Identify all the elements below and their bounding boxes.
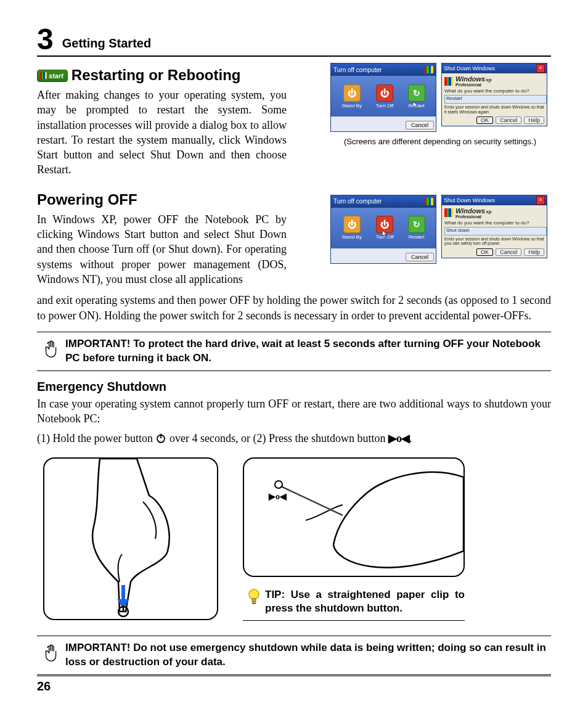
standby-icon: ⏻: [343, 84, 361, 102]
standby-label: Stand By: [341, 234, 361, 240]
restart-label: Restart: [409, 234, 425, 240]
cancel-button: Cancel: [496, 248, 521, 256]
ok-button: OK: [476, 117, 493, 124]
svg-marker-0: [413, 102, 418, 108]
step-1-prefix: (1) Hold the power button: [37, 432, 155, 444]
shut-down-windows-dialog-restart: Shut Down Windows× WindowsxpProfessional…: [441, 63, 547, 126]
turnoff-icon: ⏻: [376, 84, 393, 102]
windows-brand: Windows: [455, 75, 485, 83]
important-1-text: IMPORTANT! To protect the hard drive, wa…: [65, 337, 551, 366]
svg-point-10: [275, 481, 282, 488]
important-note-1: IMPORTANT! To protect the hard drive, wa…: [37, 332, 551, 371]
screens-caption: (Screens are different depending on secu…: [329, 137, 551, 146]
cursor-icon: [382, 231, 387, 238]
shutdown-hole-icon: ▶o◀: [388, 432, 409, 444]
windows-xp: xp: [486, 77, 491, 83]
hand-paperclip-drawing: ▶o◀: [244, 459, 463, 576]
windows-flag-icon: [40, 72, 47, 79]
windows-flag-icon: [425, 66, 433, 73]
prompt-text: What do you want the computer to do?: [444, 220, 544, 226]
close-icon: ×: [536, 64, 545, 73]
dialog-title: Shut Down Windows: [444, 65, 495, 72]
tip-text: TIP: Use a straightened paper clip to pr…: [265, 588, 465, 615]
restarting-heading-text: Restarting or Rebooting: [71, 67, 241, 83]
restarting-body: After making changes to your operating s…: [37, 88, 287, 178]
dialog-title: Turn off computer: [333, 198, 382, 205]
cancel-button: Cancel: [406, 253, 434, 261]
emergency-body: In case your operating system cannot pro…: [37, 396, 551, 427]
windows-xp: xp: [486, 209, 491, 215]
svg-line-9: [281, 486, 343, 515]
windows-edition: Professional: [455, 83, 492, 87]
restart-icon: ↻: [408, 84, 425, 102]
windows-flag-icon: [444, 77, 453, 86]
dialog-title: Shut Down Windows: [444, 197, 495, 203]
section-emergency-heading: Emergency Shutdown: [37, 380, 551, 394]
turn-off-dialog-turnoff: Turn off computer ⏻Stand By ⏻ Turn Off ↻…: [330, 195, 436, 264]
shut-down-windows-dialog-shutdown: Shut Down Windows× WindowsxpProfessional…: [441, 195, 547, 258]
start-button-icon: start: [37, 70, 68, 82]
chapter-header: 3 Getting Started: [37, 25, 551, 57]
shutdown-hole-icon: ▶o◀: [268, 492, 287, 501]
chapter-number: 3: [37, 25, 54, 54]
powering-off-body-b: and exit operating systems and then powe…: [37, 293, 551, 323]
section-powering-off-heading: Powering OFF: [37, 191, 287, 208]
svg-point-11: [249, 589, 259, 599]
important-note-2: IMPORTANT! Do not use emergency shutdown…: [37, 636, 551, 675]
hand-stop-icon: [43, 338, 60, 358]
tip-note: TIP: Use a straightened paper clip to pr…: [243, 583, 465, 621]
svg-rect-12: [252, 599, 256, 602]
power-icon: [155, 433, 166, 444]
help-button: Help: [524, 248, 544, 256]
cursor-icon: [413, 102, 418, 109]
hand-press-power-drawing: [44, 459, 217, 619]
close-icon: ×: [536, 196, 545, 205]
illustration-hold-power: [43, 457, 218, 620]
lightbulb-icon: [248, 588, 260, 605]
section-restarting-heading: start Restarting or Rebooting: [37, 67, 287, 84]
windows-edition: Professional: [455, 215, 492, 219]
prompt-text: What do you want the computer to do?: [444, 88, 544, 94]
step-2-suffix: .: [409, 432, 412, 444]
illustration-paperclip: ▶o◀: [243, 457, 465, 577]
page-number: 26: [37, 679, 51, 694]
step-2-mid: over 4 seconds, or (2) Press the shutdow…: [169, 432, 388, 444]
windows-flag-icon: [425, 198, 433, 205]
help-button: Help: [524, 117, 544, 124]
action-desc: Ends your session and shuts down Windows…: [444, 237, 544, 246]
svg-marker-1: [382, 231, 387, 237]
action-select: Restart: [444, 95, 547, 104]
action-select: Shut down: [444, 227, 547, 235]
restart-icon: ↻: [408, 216, 425, 233]
chapter-title: Getting Started: [62, 36, 151, 54]
cancel-button: Cancel: [496, 117, 521, 124]
start-label: start: [49, 72, 63, 80]
windows-flag-icon: [444, 208, 453, 217]
windows-brand: Windows: [455, 207, 485, 215]
turn-off-dialog-restart: Turn off computer ⏻Stand By ⏻Turn Off ↻ …: [330, 63, 436, 132]
dialog-title: Turn off computer: [333, 67, 382, 73]
hand-stop-icon: [43, 642, 60, 662]
powering-off-body-a: In Windows XP, power OFF the Notebook PC…: [37, 212, 287, 287]
emergency-steps: (1) Hold the power button over 4 seconds…: [37, 431, 551, 446]
important-2-text: IMPORTANT! Do not use emergency shutdown…: [65, 641, 551, 669]
ok-button: OK: [476, 248, 493, 256]
turnoff-label: Turn Off: [376, 103, 394, 108]
standby-label: Stand By: [341, 103, 361, 108]
standby-icon: ⏻: [343, 216, 361, 233]
action-desc: Ends your session and shuts down Windows…: [444, 105, 544, 114]
footer-rule: [37, 676, 551, 676]
cancel-button: Cancel: [406, 121, 434, 129]
